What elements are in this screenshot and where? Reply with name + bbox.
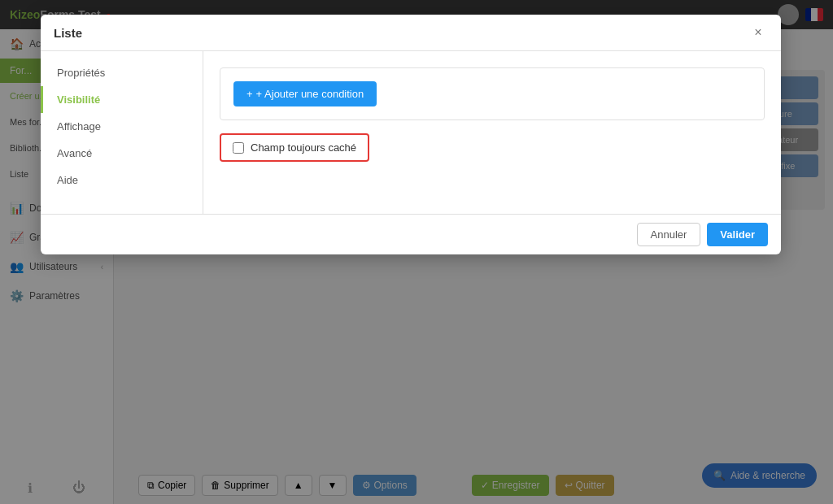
modal-nav-avance[interactable]: Avancé xyxy=(41,140,203,167)
add-condition-label: + Ajouter une condition xyxy=(256,88,364,100)
modal-footer: Annuler Valider xyxy=(41,214,781,254)
modal-header: Liste × xyxy=(41,15,781,51)
modal-title: Liste xyxy=(54,26,82,40)
always-hidden-checkbox-container[interactable]: Champ toujours caché xyxy=(220,133,369,162)
modal-nav-visibilite[interactable]: Visibilité xyxy=(41,86,203,113)
validate-button[interactable]: Valider xyxy=(707,223,768,246)
cancel-button[interactable]: Annuler xyxy=(637,223,701,246)
modal-body: Propriétés Visibilité Affichage Avancé A… xyxy=(41,51,781,214)
modal-content: + + Ajouter une condition Champ toujours… xyxy=(203,51,781,214)
modal-nav-aide[interactable]: Aide xyxy=(41,167,203,193)
condition-box: + + Ajouter une condition xyxy=(220,67,765,120)
plus-icon: + xyxy=(246,88,253,100)
modal-nav-proprietes[interactable]: Propriétés xyxy=(41,59,203,86)
modal-nav-affichage[interactable]: Affichage xyxy=(41,113,203,140)
modal-liste: Liste × Propriétés Visibilité Affichage … xyxy=(41,15,781,254)
always-hidden-label: Champ toujours caché xyxy=(251,141,356,154)
modal-nav: Propriétés Visibilité Affichage Avancé A… xyxy=(41,51,203,214)
add-condition-button[interactable]: + + Ajouter une condition xyxy=(233,81,377,106)
modal-close-button[interactable]: × xyxy=(748,23,768,42)
always-hidden-checkbox[interactable] xyxy=(233,142,244,154)
